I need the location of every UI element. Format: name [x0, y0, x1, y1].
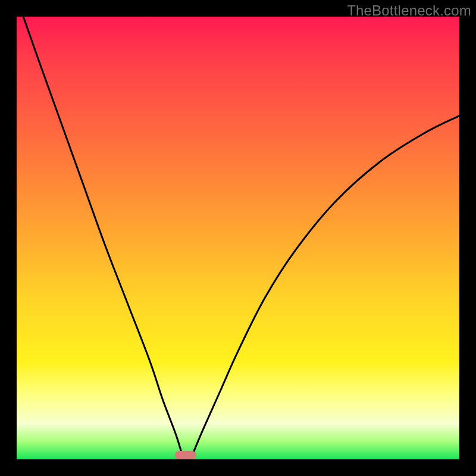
curve-left-branch [23, 17, 183, 457]
chart-frame: TheBottleneck.com [0, 0, 476, 476]
curve-right-branch [192, 116, 459, 458]
curve-layer [17, 17, 459, 459]
minimum-marker [175, 451, 196, 459]
plot-area [17, 17, 459, 459]
